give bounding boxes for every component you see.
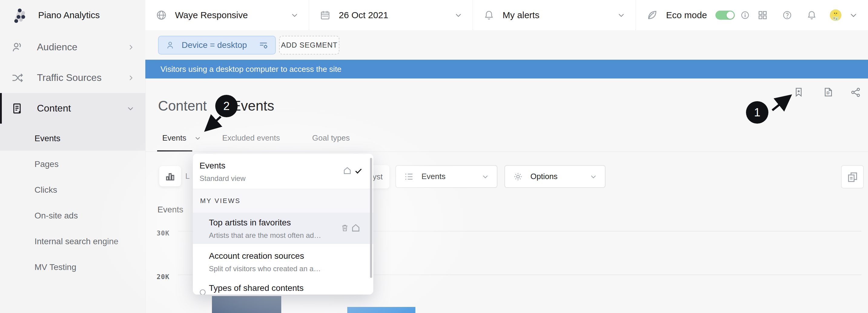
view-item-title: Types of shared contents [209,283,304,293]
top-header: Waye Responsive 26 Oct 2021 [145,0,868,31]
chevron-down-icon [482,173,489,180]
toggle-knob [726,11,734,19]
radio-circle-icon [200,289,206,294]
breadcrumb-section: Content [158,97,207,114]
leaf-icon [646,9,658,21]
analyst-button-visible-text: yst [373,172,383,181]
annotation-number: 2 [223,100,229,113]
y-tick-label: 30K [150,229,169,237]
chevron-down-icon[interactable] [194,135,201,142]
svg-text:D: D [827,91,830,95]
tab-label: Goal types [312,133,350,143]
help-icon[interactable] [782,10,792,20]
calendar-icon [319,9,331,21]
share-icon[interactable] [850,87,861,97]
trash-icon[interactable] [340,223,349,232]
y-tick-label: 20K [150,273,169,281]
report-doc-icon[interactable]: D [823,87,834,97]
annotation-number: 1 [754,106,760,119]
piano-analytics-logo-icon [11,6,30,25]
date-range-label: 26 Oct 2021 [339,10,388,20]
chevron-down-icon[interactable] [849,11,858,19]
segment-chip-label: Device = desktop [182,40,252,50]
home-icon[interactable] [350,223,361,233]
chevron-right-icon [127,74,134,82]
breadcrumb-page: Events [231,97,274,114]
sidebar-item-label: Content [37,103,113,114]
check-icon [354,166,363,175]
sidebar-subitem-onsite-ads[interactable]: On-site ads [34,211,78,221]
sidebar-item-content[interactable]: Content [0,93,145,124]
tab-goal-types[interactable]: Goal types [312,133,350,143]
bell-icon [483,9,495,21]
dimension-select[interactable]: Events [395,165,497,188]
tabs-divider [145,151,868,152]
dropdown-scrollbar[interactable] [370,158,372,278]
duplicate-view-button[interactable] [841,165,864,189]
sidebar-subitem-internal-search[interactable]: Internal search engine [34,237,118,246]
tab-label: Excluded events [222,133,280,143]
segment-settings-icon[interactable] [258,40,269,50]
chart-bar [212,296,281,313]
chevron-down-icon [590,173,597,180]
tab-events[interactable]: Events [162,133,201,143]
sidebar-item-label: Traffic Sources [37,72,114,83]
sidebar-subitem-pages[interactable]: Pages [34,160,58,169]
person-icon [165,40,175,50]
chart-bar [347,307,415,313]
bar-chart-icon [164,171,176,182]
segment-chip-device-desktop[interactable]: Device = desktop [158,36,276,55]
brand: Piano Analytics [11,0,100,30]
header-right-cluster: Eco mode [636,0,868,30]
view-item-title: Account creation sources [209,251,304,261]
view-item-subtitle: Artists that are the most often ad… [209,231,321,240]
views-dropdown-menu: Events Standard view MY VIEWS Top artist… [193,153,373,294]
bookmark-star-icon[interactable] [793,87,804,97]
apps-grid-icon[interactable] [757,10,768,21]
date-range-selector[interactable]: 26 Oct 2021 [309,0,473,30]
dimension-select-value: Events [422,172,446,181]
shuffle-icon [11,72,24,84]
gear-icon [513,171,523,182]
sidebar-item-audience[interactable]: Audience [0,32,145,62]
alerts-selector[interactable]: My alerts [473,0,636,30]
options-select-value: Options [530,172,558,181]
chevron-right-icon [127,44,134,51]
tab-label: Events [162,133,186,143]
sidebar-subitem-clicks[interactable]: Clicks [34,185,57,195]
audience-icon [11,41,24,54]
annotation-circle-1: 1 [746,101,768,124]
notifications-bell-icon[interactable] [806,10,817,21]
info-icon[interactable] [740,10,750,20]
segment-bar: Device = desktop ADD SEGMENT [145,30,868,60]
options-select[interactable]: Options [504,165,606,188]
site-selector[interactable]: Waye Responsive [145,0,309,30]
app-window: Piano Analytics Audience [0,0,868,313]
sidebar: Piano Analytics Audience [0,0,146,313]
user-avatar[interactable] [830,9,841,21]
home-icon[interactable] [342,166,352,175]
chevron-down-icon [455,11,462,19]
chart-type-button[interactable] [159,166,181,186]
list-icon [404,171,414,182]
my-views-section-label: MY VIEWS [193,189,373,213]
copy-pages-icon [846,171,859,183]
current-view-subtitle: Standard view [199,174,246,183]
chevron-down-icon [127,105,134,112]
segment-description-banner: Visitors using a desktop computer to acc… [145,60,868,79]
site-selector-label: Waye Responsive [175,10,248,20]
globe-icon [156,9,167,21]
sidebar-item-traffic-sources[interactable]: Traffic Sources [0,62,145,93]
sidebar-subitem-mv-testing[interactable]: MV Testing [34,262,76,272]
alerts-label: My alerts [503,10,539,20]
current-view-title[interactable]: Events [199,161,225,171]
eco-mode-toggle[interactable] [715,10,735,20]
annotation-circle-2: 2 [215,95,238,117]
obscured-label-fragment: L [185,171,189,181]
eco-mode-label: Eco mode [666,10,707,20]
view-item-title: Top artists in favorites [209,218,291,228]
add-segment-button[interactable]: ADD SEGMENT [279,36,339,55]
tab-excluded-events[interactable]: Excluded events [222,133,280,143]
sidebar-subitem-events[interactable]: Events [34,134,61,143]
chevron-down-icon [291,11,299,19]
